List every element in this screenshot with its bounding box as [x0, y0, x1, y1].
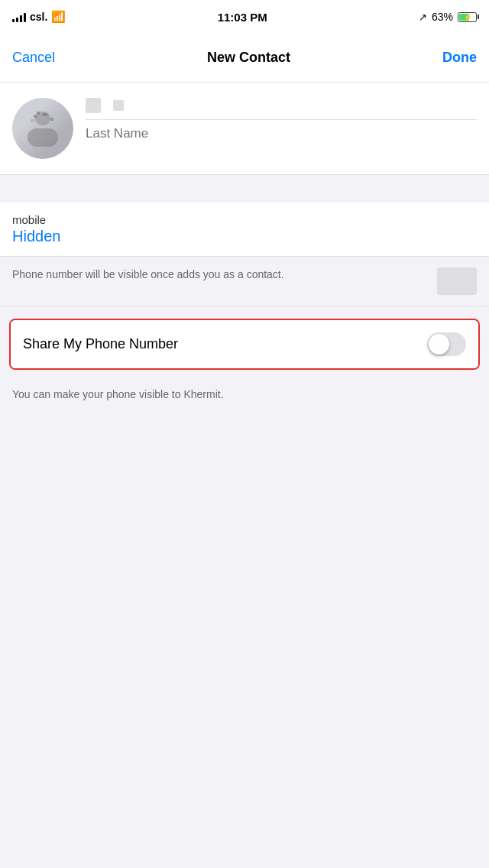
status-time: 11:03 PM: [218, 11, 267, 24]
status-right: ↗ 63% ⚡: [419, 11, 477, 23]
done-button[interactable]: Done: [442, 50, 477, 66]
phone-value: Hidden: [12, 228, 477, 245]
toggle-knob: [429, 334, 449, 355]
battery-icon: ⚡: [458, 12, 477, 22]
cancel-button[interactable]: Cancel: [12, 50, 55, 66]
name-divider: [86, 119, 477, 120]
hint-text: You can make your phone visible to Kherm…: [0, 382, 489, 413]
svg-rect-2: [34, 115, 37, 118]
phone-section: mobile Hidden: [0, 202, 489, 257]
svg-rect-4: [43, 113, 47, 116]
svg-rect-3: [37, 112, 40, 115]
first-name-pixel-2: [113, 100, 124, 111]
carrier-name: csl.: [30, 11, 47, 23]
first-name-row: [86, 98, 477, 113]
name-fields: [86, 98, 477, 141]
status-left: csl. 📶: [12, 10, 66, 24]
phone-label: mobile: [12, 213, 477, 226]
signal-bars-icon: [12, 11, 26, 22]
location-icon: ↗: [419, 11, 427, 23]
page-title: New Contact: [207, 50, 290, 66]
svg-rect-1: [28, 128, 58, 147]
avatar-image: [12, 98, 73, 159]
svg-rect-6: [50, 118, 53, 121]
nav-bar: Cancel New Contact Done: [0, 34, 489, 83]
wifi-icon: 📶: [51, 10, 66, 24]
battery-percent: 63%: [432, 11, 453, 23]
share-phone-toggle[interactable]: [427, 332, 466, 356]
share-phone-label: Share My Phone Number: [23, 336, 178, 352]
share-phone-section: Share My Phone Number: [9, 319, 480, 370]
contact-form-section: [0, 83, 489, 175]
info-text: Phone number will be visible once adds y…: [12, 267, 425, 283]
section-separator-1: [0, 175, 489, 202]
avatar[interactable]: [12, 98, 73, 159]
share-phone-row: Share My Phone Number: [11, 320, 478, 368]
info-image-placeholder: [437, 267, 477, 295]
first-name-pixel-1: [86, 98, 101, 113]
avatar-person-svg: [20, 105, 66, 151]
last-name-input[interactable]: [86, 126, 477, 141]
svg-rect-5: [31, 119, 35, 122]
status-bar: csl. 📶 11:03 PM ↗ 63% ⚡: [0, 0, 489, 34]
info-section: Phone number will be visible once adds y…: [0, 257, 489, 306]
